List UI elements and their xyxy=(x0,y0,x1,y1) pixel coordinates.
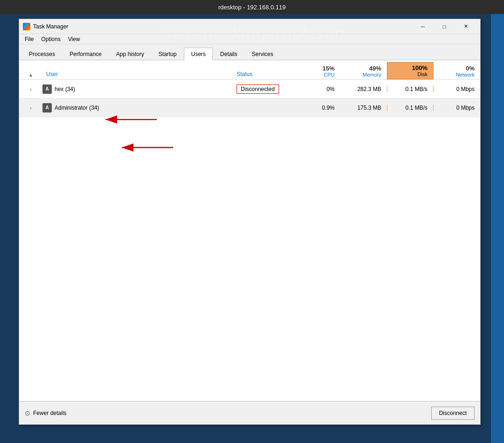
row-cpu: 0.9% xyxy=(294,105,340,111)
disconnect-button[interactable]: Disconnect xyxy=(431,407,475,420)
window-titlebar: Task Manager ─ □ ✕ xyxy=(19,19,480,34)
disk-label[interactable]: Disk xyxy=(387,71,427,77)
row-status: Disconnected xyxy=(233,84,294,94)
row-network: 0 Mbps xyxy=(434,105,480,111)
rdesktop-title: rdesktop - 192.168.0.119 xyxy=(218,4,286,11)
row-user-cell: A Administrator (34) xyxy=(42,103,233,113)
memory-label[interactable]: Memory xyxy=(340,72,381,77)
tab-startup[interactable]: Startup xyxy=(152,48,184,60)
main-content: ▲ User Status 15% CPU 49% Memory 100% Di… xyxy=(19,60,480,401)
cpu-label[interactable]: CPU xyxy=(294,72,335,77)
side-panel-right xyxy=(491,14,504,443)
menu-options[interactable]: Options xyxy=(37,35,64,43)
row-metrics: 0% 282.3 MB 0.1 MB/s 0 Mbps xyxy=(294,86,480,92)
cpu-percent: 15% xyxy=(294,65,335,72)
col-header-disk: 100% Disk xyxy=(387,62,434,79)
window-title: Task Manager xyxy=(33,23,412,30)
col-header-network: 0% Network xyxy=(434,65,480,79)
row-disk: 0.1 MB/s xyxy=(387,105,434,111)
task-manager-icon xyxy=(23,23,30,30)
row-cpu: 0% xyxy=(294,86,340,92)
chevron-up-icon: ⊙ xyxy=(25,409,30,417)
table-body: › A hex (34) Disconnected 0% 282.3 MB 0.… xyxy=(19,80,480,401)
tab-users[interactable]: Users xyxy=(184,48,212,60)
row-memory: 282.3 MB xyxy=(340,86,387,92)
tab-details[interactable]: Details xyxy=(213,48,245,60)
task-manager-window: Task Manager ─ □ ✕ File Options View Pro… xyxy=(19,19,481,425)
menu-bar: File Options View xyxy=(19,34,480,44)
tab-services[interactable]: Services xyxy=(245,48,280,60)
network-label[interactable]: Network xyxy=(434,72,475,77)
user-name: Administrator (34) xyxy=(55,105,233,111)
col-header-user[interactable]: User xyxy=(42,71,233,79)
network-percent: 0% xyxy=(434,65,475,72)
avatar: A xyxy=(42,103,52,113)
tab-app-history[interactable]: App history xyxy=(109,48,151,60)
row-user-cell: A hex (34) xyxy=(42,84,233,94)
user-name: hex (34) xyxy=(55,86,233,92)
fewer-details-button[interactable]: ⊙ Fewer details xyxy=(25,409,66,417)
status-badge: Disconnected xyxy=(237,84,279,94)
avatar: A xyxy=(42,84,52,94)
row-disk: 0.1 MB/s xyxy=(387,86,434,92)
window-controls: ─ □ ✕ xyxy=(412,19,476,34)
close-button[interactable]: ✕ xyxy=(455,19,476,34)
memory-percent: 49% xyxy=(340,65,381,72)
row-memory: 175.3 MB xyxy=(340,105,387,111)
col-header-status[interactable]: Status xyxy=(233,71,294,79)
fewer-details-label: Fewer details xyxy=(33,410,66,416)
bottom-bar: ⊙ Fewer details Disconnect xyxy=(19,401,480,424)
maximize-button[interactable]: □ xyxy=(434,19,455,34)
menu-view[interactable]: View xyxy=(64,35,84,43)
column-headers: ▲ User Status 15% CPU 49% Memory 100% Di… xyxy=(19,60,480,80)
tabs-bar: Processes Performance App history Startu… xyxy=(19,44,480,60)
tab-performance[interactable]: Performance xyxy=(63,48,109,60)
col-metrics-group: 15% CPU 49% Memory 100% Disk 0% Network xyxy=(294,62,480,79)
row-metrics: 0.9% 175.3 MB 0.1 MB/s 0 Mbps xyxy=(294,105,480,111)
sort-arrow[interactable]: ▲ xyxy=(19,72,42,79)
row-network: 0 Mbps xyxy=(434,86,480,92)
row-expand-icon[interactable]: › xyxy=(19,86,42,92)
col-header-memory: 49% Memory xyxy=(340,65,387,79)
menu-file[interactable]: File xyxy=(21,35,37,43)
table-row[interactable]: › A hex (34) Disconnected 0% 282.3 MB 0.… xyxy=(19,80,480,98)
disk-percent: 100% xyxy=(387,64,427,71)
table-row[interactable]: › A Administrator (34) 0.9% 175.3 MB 0.1… xyxy=(19,98,480,117)
col-header-cpu: 15% CPU xyxy=(294,65,340,79)
tab-processes[interactable]: Processes xyxy=(22,48,62,60)
minimize-button[interactable]: ─ xyxy=(412,19,434,34)
rdesktop-titlebar: rdesktop - 192.168.0.119 xyxy=(0,0,504,14)
row-expand-icon[interactable]: › xyxy=(19,105,42,111)
windows-area: Task Manager ─ □ ✕ File Options View Pro… xyxy=(14,14,490,429)
